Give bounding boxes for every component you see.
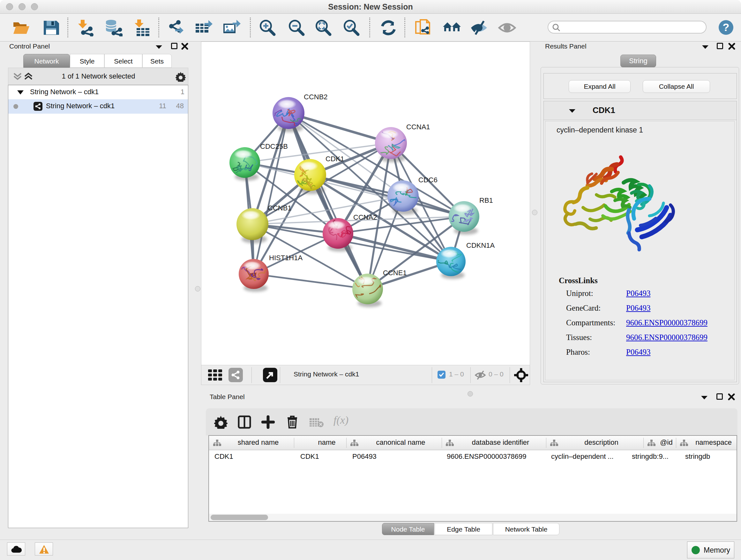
svg-text:CCNE1: CCNE1: [383, 269, 407, 277]
svg-text:CDC6: CDC6: [418, 176, 437, 184]
svg-text:CCNB2: CCNB2: [304, 93, 328, 101]
svg-text:CCNB1: CCNB1: [268, 204, 292, 212]
svg-text:HIST1H1A: HIST1H1A: [269, 254, 302, 262]
svg-text:RB1: RB1: [479, 196, 493, 204]
svg-text:CCNA2: CCNA2: [353, 213, 377, 221]
svg-text:?: ?: [723, 21, 730, 33]
svg-text:CDKN1A: CDKN1A: [466, 241, 495, 249]
svg-text:CDC25B: CDC25B: [260, 142, 288, 150]
svg-text:CDK1: CDK1: [326, 155, 344, 163]
svg-text:CCNA1: CCNA1: [406, 123, 430, 131]
